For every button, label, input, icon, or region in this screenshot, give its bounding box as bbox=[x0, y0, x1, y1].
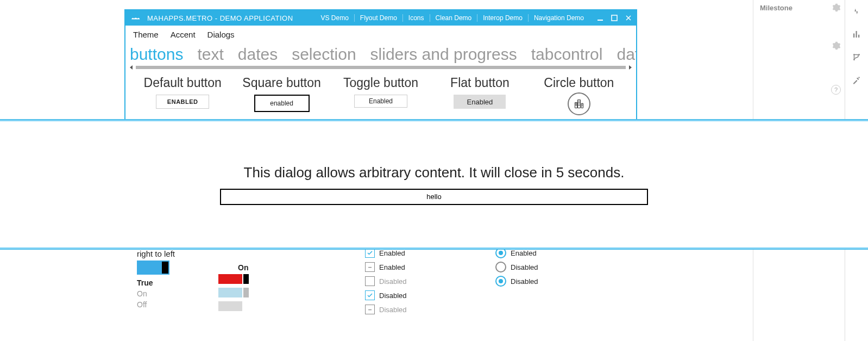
chart-icon[interactable] bbox=[852, 29, 861, 39]
city-icon bbox=[574, 98, 584, 109]
radio-disabled-2[interactable]: Disabled bbox=[495, 274, 604, 288]
menu-accent[interactable]: Accent bbox=[171, 30, 196, 39]
color-lblue[interactable] bbox=[218, 288, 243, 297]
value-on: On bbox=[137, 289, 218, 298]
head-square: Square button bbox=[232, 76, 331, 90]
menu-theme[interactable]: Theme bbox=[133, 30, 159, 39]
menubar: Theme Accent Dialogs bbox=[125, 26, 636, 43]
head-circle: Circle button bbox=[530, 76, 628, 90]
lower-content: right to left True On Off On Enabled –En… bbox=[125, 246, 636, 317]
circle-button[interactable] bbox=[568, 92, 590, 115]
check-enabled-2[interactable]: –Enabled bbox=[365, 260, 495, 274]
section-heads: Default button Square button Toggle butt… bbox=[125, 70, 636, 95]
tab-tabcontrol[interactable]: tabcontrol bbox=[531, 45, 603, 64]
window-title: MAHAPPS.METRO - DEMO APPLICATION bbox=[147, 14, 293, 22]
color-red[interactable] bbox=[218, 274, 243, 284]
tab-selection[interactable]: selection bbox=[292, 45, 356, 64]
dialog-overlay: This dialog allows arbitrary content. It… bbox=[0, 120, 868, 249]
link-icons[interactable]: Icons bbox=[403, 14, 430, 22]
pulse-icon[interactable] bbox=[852, 7, 861, 16]
branch-icon[interactable] bbox=[852, 52, 861, 62]
label-on: On bbox=[238, 263, 316, 272]
tab-buttons[interactable]: buttons bbox=[130, 45, 183, 64]
value-true: True bbox=[137, 278, 218, 287]
default-button[interactable]: ENABLED bbox=[156, 95, 209, 109]
check-disabled-1[interactable]: Disabled bbox=[365, 274, 495, 288]
dialog-input[interactable] bbox=[220, 189, 648, 205]
tab-datagrid[interactable]: datagrid bbox=[617, 45, 636, 64]
tab-sliders[interactable]: sliders and progress bbox=[370, 45, 517, 64]
gear-icon[interactable] bbox=[832, 3, 841, 12]
minimize-button[interactable] bbox=[597, 15, 603, 21]
color-gray[interactable] bbox=[218, 301, 243, 311]
tools-icon[interactable] bbox=[852, 75, 861, 85]
maximize-button[interactable] bbox=[611, 15, 618, 21]
square-button[interactable]: enabled bbox=[254, 95, 310, 112]
svg-rect-4 bbox=[612, 15, 617, 21]
svg-point-0 bbox=[853, 54, 855, 55]
rtl-label: right to left bbox=[137, 249, 218, 258]
titlebar: MAHAPPS.METRO - DEMO APPLICATION VS Demo… bbox=[125, 10, 636, 26]
tab-strip: buttons text dates selection sliders and… bbox=[125, 43, 636, 64]
milestone-label: Milestone bbox=[760, 4, 792, 12]
app-logo-icon bbox=[130, 13, 144, 23]
head-toggle: Toggle button bbox=[331, 76, 430, 90]
rtl-switch[interactable] bbox=[137, 261, 169, 275]
value-off: Off bbox=[137, 300, 218, 309]
toggle-button[interactable]: Enabled bbox=[354, 95, 407, 108]
flat-button[interactable]: Enabled bbox=[454, 95, 506, 109]
tab-dates[interactable]: dates bbox=[238, 45, 278, 64]
head-default: Default button bbox=[133, 76, 232, 90]
link-clean-demo[interactable]: Clean Demo bbox=[430, 14, 478, 22]
gear-icon-2[interactable] bbox=[832, 41, 841, 50]
app-window: MAHAPPS.METRO - DEMO APPLICATION VS Demo… bbox=[125, 10, 637, 126]
check-disabled-3[interactable]: –Disabled bbox=[365, 302, 495, 317]
title-links: VS Demo Flyout Demo Icons Clean Demo Int… bbox=[315, 14, 589, 22]
link-vs-demo[interactable]: VS Demo bbox=[315, 14, 354, 22]
menu-dialogs[interactable]: Dialogs bbox=[207, 30, 235, 39]
check-disabled-2[interactable]: Disabled bbox=[365, 288, 495, 302]
radio-disabled-1[interactable]: Disabled bbox=[495, 260, 604, 274]
link-navigation-demo[interactable]: Navigation Demo bbox=[529, 14, 589, 22]
tab-text[interactable]: text bbox=[197, 45, 223, 64]
tab-scrollbar[interactable] bbox=[130, 65, 632, 70]
svg-rect-3 bbox=[597, 20, 603, 21]
link-interop-demo[interactable]: Interop Demo bbox=[477, 14, 529, 22]
svg-point-1 bbox=[853, 59, 855, 60]
link-flyout-demo[interactable]: Flyout Demo bbox=[355, 14, 403, 22]
head-flat: Flat button bbox=[430, 76, 529, 90]
help-icon[interactable]: ? bbox=[831, 85, 841, 95]
scroll-left-icon[interactable] bbox=[130, 65, 133, 70]
close-button[interactable] bbox=[625, 15, 632, 21]
scroll-right-icon[interactable] bbox=[629, 65, 632, 70]
dialog-message: This dialog allows arbitrary content. It… bbox=[244, 164, 625, 181]
